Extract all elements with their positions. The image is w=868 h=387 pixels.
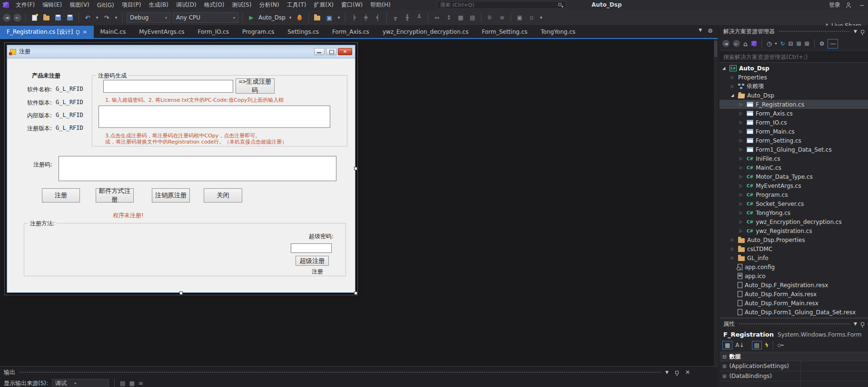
user-account-icon[interactable]	[845, 2, 852, 8]
tree-item-resx-form-axis[interactable]: Auto_Dsp.Form_Axis.resx	[720, 290, 868, 299]
chevron-collapsed-icon[interactable]: ▷	[740, 138, 744, 143]
chevron-collapsed-icon[interactable]: ▷	[740, 220, 744, 224]
tree-item-project-auto-dsp[interactable]: ◢ C# Auto_Dsp	[720, 64, 868, 73]
tree-item-myeventargs[interactable]: ▷ C# MyEventArgs.cs	[720, 181, 868, 190]
tab-form-setting[interactable]: Form_Setting.cs	[475, 26, 534, 38]
tree-item-tongyong[interactable]: ▷ C# TongYong.cs	[720, 208, 868, 217]
tab-program[interactable]: Program.cs	[236, 26, 281, 38]
align-lefts-icon[interactable]: ╞	[349, 12, 359, 23]
open-file-icon[interactable]	[41, 12, 51, 23]
events-lightning-icon[interactable]: ϟ	[765, 342, 769, 348]
document-well-dropdown-icon[interactable]: ▼	[699, 28, 702, 34]
tab-myeventargs[interactable]: MyEventArgs.cs	[132, 26, 191, 38]
close-icon[interactable]: ✕	[685, 369, 690, 376]
new-file-icon[interactable]	[30, 12, 39, 23]
undo-icon[interactable]: ↶	[83, 12, 92, 23]
chevron-expanded-icon[interactable]: ◢	[722, 66, 727, 70]
tree-item-resx-f-registration[interactable]: Auto_Dsp.F_Registration.resx	[720, 281, 868, 290]
toolbar-overflow-icon[interactable]: ▾	[539, 12, 543, 23]
menu-git[interactable]: Git(G)	[93, 0, 118, 10]
chevron-collapsed-icon[interactable]: ▷	[731, 238, 736, 242]
show-all-files-icon[interactable]: ⊞	[797, 40, 801, 47]
menu-extensions[interactable]: 扩展(X)	[310, 0, 337, 10]
menu-help[interactable]: 帮助(H)	[366, 0, 394, 10]
quick-search-input[interactable]	[437, 2, 558, 8]
vertical-spacing-icon[interactable]: ≡	[497, 12, 507, 23]
start-target-label[interactable]: Auto_Dsp	[258, 14, 286, 21]
solution-explorer-title-bar[interactable]: 解决方案资源管理器 ▼	[720, 26, 868, 37]
email-register-button[interactable]: 邮件方式注册	[96, 188, 134, 203]
regcode-textarea[interactable]	[59, 156, 336, 181]
align-middles-icon[interactable]: ╫	[403, 12, 412, 23]
toolbar-options-icon[interactable]: ▾	[336, 12, 341, 23]
menu-tools[interactable]: 工具(T)	[283, 0, 310, 10]
solution-platforms-dropdown[interactable]: Any CPU ▾	[173, 12, 238, 23]
switch-views-icon[interactable]	[751, 41, 757, 47]
align-rights-icon[interactable]: ╡	[373, 12, 383, 23]
generated-code-textarea[interactable]	[99, 106, 330, 128]
solution-configurations-dropdown[interactable]: Debug ▾	[127, 12, 170, 23]
menu-project[interactable]: 项目(P)	[118, 0, 145, 10]
pending-changes-filter-icon[interactable]: ◷	[767, 40, 771, 47]
tree-item-mainc[interactable]: ▷ C# MainC.cs	[720, 163, 868, 172]
se-back-icon[interactable]: ◄	[722, 40, 730, 47]
collapse-all-icon[interactable]: ⊟	[788, 40, 793, 47]
output-title-bar[interactable]: 输出 ▼ ✕	[0, 367, 718, 378]
close-icon[interactable]: ✕	[83, 29, 87, 35]
bring-to-front-icon[interactable]: ▣	[515, 12, 524, 23]
solution-search-box[interactable]	[720, 51, 868, 63]
make-same-size-icon[interactable]: ▦	[456, 12, 465, 23]
category-row-data[interactable]: ⊟ 数据	[720, 352, 868, 361]
chevron-collapsed-icon[interactable]: ▷	[740, 184, 744, 188]
tree-item-ywz-registration[interactable]: ▷ C# ywz_Registration.cs	[720, 226, 868, 235]
tree-item-form1-gluing[interactable]: ▷ Form1_Gluing_Data_Set.cs	[720, 145, 868, 154]
window-minimize-button[interactable]: −	[857, 2, 867, 9]
collapse-minus-icon[interactable]: ⊟	[722, 354, 726, 359]
preview-selected-icon[interactable]: ⊞	[805, 40, 809, 47]
size-to-grid-icon[interactable]: ▤	[468, 12, 477, 23]
chevron-collapsed-icon[interactable]: ▷	[740, 111, 744, 116]
property-key-icon[interactable]	[778, 344, 784, 347]
align-centers-icon[interactable]: ╪	[361, 12, 371, 23]
menu-view[interactable]: 视图(V)	[66, 0, 93, 10]
find-in-files-icon[interactable]	[313, 12, 322, 23]
chevron-collapsed-icon[interactable]: ▷	[731, 75, 736, 79]
properties-title-bar[interactable]: 属性 ▼	[720, 319, 868, 329]
make-same-height-icon[interactable]: ↕	[444, 12, 454, 23]
chevron-expanded-icon[interactable]: ◢	[731, 93, 736, 97]
hot-reload-icon[interactable]	[295, 12, 305, 23]
expand-plus-icon[interactable]: ⊞	[722, 374, 726, 379]
tree-item-inifile[interactable]: ▷ C# IniFile.cs	[720, 154, 868, 163]
form-maximize-button[interactable]	[326, 48, 336, 55]
horizontal-spacing-icon[interactable]: ⊪	[485, 12, 495, 23]
solution-search-input[interactable]	[720, 54, 868, 60]
tree-item-form-io[interactable]: ▷ Form_IO.cs	[720, 118, 868, 127]
generate-keycode-button[interactable]: =>生成注册码	[236, 78, 275, 94]
unregister-button[interactable]: 注销原注册	[152, 188, 190, 203]
tree-item-resx-form-main[interactable]: Auto_Dsp.Form_Main.resx	[720, 299, 868, 308]
properties-view-icon[interactable]: ▤	[752, 341, 762, 349]
chevron-collapsed-icon[interactable]: ▷	[731, 247, 736, 251]
resize-handle-corner[interactable]	[354, 291, 357, 295]
tree-item-gl-info[interactable]: ▷ GL_info	[720, 253, 868, 262]
chevron-collapsed-icon[interactable]: ▷	[740, 229, 744, 233]
tree-item-program[interactable]: ▷ C# Program.cs	[720, 190, 868, 199]
close-form-button[interactable]: 关闭	[204, 188, 242, 203]
clear-all-icon[interactable]: ▦	[129, 380, 134, 387]
categorized-view-icon[interactable]: ▦	[722, 341, 732, 349]
designed-form-window[interactable]: 注册 ✕ 产品未注册 软件名称: G_L_RFID 软件版本: G_L_RFID…	[7, 45, 355, 293]
editor-scrollbar[interactable]	[714, 39, 718, 366]
tree-item-motor-data-type[interactable]: ▷ C# Motor_Data_Type.cs	[720, 172, 868, 181]
tab-f-registration-design[interactable]: F_Registration.cs [设计] ✕	[0, 26, 94, 38]
tab-tongyong[interactable]: TongYong.cs	[534, 26, 582, 38]
pin-icon[interactable]	[861, 30, 864, 33]
tree-item-f-registration[interactable]: ▷ F_Registration.cs	[720, 100, 868, 109]
preview-window-icon[interactable]: ▣	[325, 12, 334, 23]
menu-test[interactable]: 测试(S)	[228, 0, 255, 10]
chevron-down-icon[interactable]: ▾	[775, 41, 777, 46]
tree-item-form-setting[interactable]: ▷ Form_Setting.cs	[720, 136, 868, 145]
chevron-collapsed-icon[interactable]: ▷	[740, 129, 744, 134]
chevron-collapsed-icon[interactable]: ▷	[740, 211, 744, 215]
tab-settings[interactable]: Settings.cs	[281, 26, 326, 38]
register-button[interactable]: 注册	[42, 188, 80, 203]
